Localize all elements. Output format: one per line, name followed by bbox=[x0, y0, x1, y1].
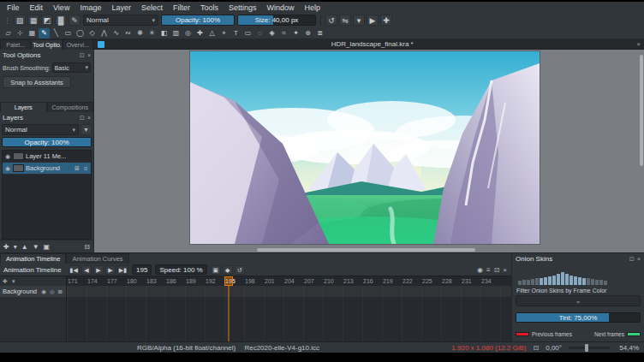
menu-item[interactable]: Help bbox=[301, 3, 325, 12]
layer-visible-icon[interactable]: ◉ bbox=[40, 288, 47, 295]
layer-onion-skin-icon[interactable]: ◎ bbox=[49, 288, 56, 295]
zoom-slider-thumb[interactable] bbox=[585, 344, 588, 352]
onion-opacity-bar[interactable] bbox=[557, 274, 560, 285]
smart-patch-tool[interactable]: ✚ bbox=[194, 28, 206, 39]
brush-smoothing-dropdown[interactable]: Basic ▾ bbox=[52, 62, 91, 73]
skip-to-end-button[interactable]: ▶▮ bbox=[117, 265, 128, 275]
onion-opacity-bar[interactable] bbox=[531, 279, 534, 285]
timeline-ruler[interactable]: ✚▾ 1711741771801831861891921951982012042… bbox=[0, 276, 511, 286]
text-tool[interactable]: T bbox=[230, 28, 242, 39]
menu-item[interactable]: Filter bbox=[169, 3, 194, 12]
multibrush-tool[interactable]: ✳ bbox=[146, 28, 158, 39]
polygonal-selection-tool[interactable]: ◈ bbox=[266, 28, 277, 39]
onion-opacity-bar[interactable] bbox=[548, 276, 552, 285]
polyline-tool[interactable]: ⋀ bbox=[98, 28, 110, 39]
opacity-slider[interactable]: Opacity: 100% bbox=[161, 15, 235, 26]
float-docker-icon[interactable]: ⊡ bbox=[493, 266, 501, 274]
tab-animation-curves[interactable]: Animation Curves bbox=[66, 253, 128, 264]
tint-slider[interactable]: Tint: 75,00% bbox=[516, 312, 641, 323]
layer-filter-icon[interactable]: ▼ bbox=[80, 124, 92, 135]
mirror-options-dropdown-icon[interactable]: ▾ bbox=[353, 15, 365, 26]
keyframe-menu-icon[interactable]: ▾ bbox=[12, 278, 15, 285]
menu-item[interactable]: Window bbox=[262, 3, 298, 12]
move-tool[interactable]: ⊹ bbox=[15, 28, 26, 39]
menu-item[interactable]: Image bbox=[75, 3, 105, 12]
blending-mode-dropdown[interactable]: Normal ▾ bbox=[83, 15, 158, 26]
vertical-scrollbar[interactable] bbox=[640, 55, 643, 166]
assistants-tool[interactable]: △ bbox=[206, 28, 218, 39]
layer-lock-icon[interactable]: ⊠ bbox=[57, 288, 63, 295]
frame-color-filter-dropdown[interactable]: ⌄ bbox=[516, 295, 641, 306]
fill-tool[interactable]: ◧ bbox=[158, 28, 170, 39]
menu-item[interactable]: File bbox=[3, 3, 24, 12]
zoom-tool[interactable]: ⊕ bbox=[302, 28, 313, 39]
layer-visibility-icon[interactable]: ◉ bbox=[4, 153, 11, 160]
onion-opacity-bar[interactable] bbox=[535, 278, 539, 285]
transform-tool[interactable]: ▱ bbox=[3, 28, 14, 39]
docker-tab[interactable]: Palet... bbox=[0, 39, 31, 50]
playback-speed-spinbox[interactable]: Speed: 100 % bbox=[155, 264, 206, 275]
skip-to-start-button[interactable]: ▮◀ bbox=[69, 265, 80, 275]
onion-opacity-bar[interactable] bbox=[591, 279, 594, 285]
onion-opacity-bar[interactable] bbox=[578, 277, 581, 285]
onion-opacity-bar[interactable] bbox=[561, 272, 564, 285]
current-frame-spinbox[interactable]: 195 bbox=[132, 264, 152, 275]
onion-opacity-bar[interactable] bbox=[582, 278, 586, 285]
close-document-icon[interactable]: × bbox=[636, 40, 641, 48]
next-frame-button[interactable]: ▶ bbox=[105, 265, 116, 275]
docker-tab[interactable]: Layers bbox=[0, 102, 47, 112]
add-keyframe-button[interactable]: ✚ bbox=[3, 278, 8, 285]
menu-item[interactable]: Select bbox=[137, 3, 167, 12]
pattern-chooser-icon[interactable]: ▦ bbox=[27, 15, 39, 26]
play-button[interactable]: ▶ bbox=[93, 265, 104, 275]
gradient-chooser-icon[interactable]: ▨ bbox=[14, 15, 26, 26]
similar-color-selection-tool[interactable]: ✦ bbox=[290, 28, 301, 39]
next-frames-color-swatch[interactable] bbox=[627, 332, 641, 336]
float-docker-icon[interactable]: ⊡ bbox=[629, 256, 635, 263]
crop-tool[interactable]: ▦ bbox=[27, 28, 38, 39]
onion-opacity-bar[interactable] bbox=[574, 276, 577, 285]
ellipse-tool[interactable]: ◯ bbox=[75, 28, 86, 39]
freehand-selection-tool[interactable]: ≈ bbox=[278, 28, 289, 39]
menu-item[interactable]: Layer bbox=[107, 3, 135, 12]
freehand-path-tool[interactable]: ∾ bbox=[122, 28, 134, 39]
float-docker-icon[interactable]: ⊡ bbox=[80, 52, 85, 59]
horizontal-scrollbar[interactable] bbox=[257, 248, 475, 252]
tab-animation-timeline[interactable]: Animation Timeline bbox=[0, 253, 66, 264]
close-docker-icon[interactable]: × bbox=[87, 52, 91, 59]
playhead[interactable] bbox=[224, 276, 233, 286]
freehand-brush-tool[interactable]: ✎ bbox=[39, 28, 50, 39]
onion-opacity-bar[interactable] bbox=[569, 276, 573, 285]
onion-skins-toggle-icon[interactable]: ◉ bbox=[476, 266, 484, 274]
docker-tab[interactable]: Overvi... bbox=[63, 39, 93, 50]
rectangle-tool[interactable]: ▭ bbox=[63, 28, 74, 39]
float-docker-icon[interactable]: ⊡ bbox=[80, 115, 85, 122]
color-sampler-tool[interactable]: ◎ bbox=[182, 28, 194, 39]
docker-tab[interactable]: Tool Optio... bbox=[31, 39, 62, 50]
drop-frames-icon[interactable]: ↺ bbox=[235, 265, 245, 275]
close-docker-icon[interactable]: × bbox=[637, 256, 641, 263]
wrap-around-mode-icon[interactable]: ▶ bbox=[367, 15, 379, 26]
menu-item[interactable]: View bbox=[49, 3, 74, 12]
docker-tab[interactable]: Compositions bbox=[47, 102, 94, 112]
add-layer-button[interactable]: ✚ bbox=[3, 243, 9, 251]
gradient-tool[interactable]: ▥ bbox=[170, 28, 182, 39]
auto-frame-mode-icon[interactable]: ▣ bbox=[211, 265, 221, 275]
layer-lock-icon[interactable]: ⊠ bbox=[74, 165, 80, 172]
zoom-slider[interactable] bbox=[569, 347, 610, 349]
layer-opacity-slider[interactable]: Opacity: 100% bbox=[2, 137, 92, 147]
measure-tool[interactable]: ⌖ bbox=[218, 28, 230, 39]
menu-item[interactable]: Settings bbox=[224, 3, 261, 12]
snap-to-assistants-button[interactable]: Snap to Assistants bbox=[3, 76, 71, 88]
layer-row-selected[interactable]: ◉ Background ⊠ α bbox=[3, 163, 91, 175]
canvas-painting[interactable] bbox=[190, 51, 540, 244]
elliptical-selection-tool[interactable]: ◌ bbox=[254, 28, 265, 39]
brush-size-slider[interactable]: Size: 40,00 px bbox=[237, 15, 316, 26]
painting-assistants-icon[interactable]: ✚ bbox=[380, 15, 392, 26]
bezier-curve-tool[interactable]: ∿ bbox=[110, 28, 122, 39]
toolbar-drag-handle[interactable]: ⋮ bbox=[3, 16, 11, 25]
canvas-only-icon[interactable]: ⊡ bbox=[534, 344, 540, 352]
layer-row[interactable]: ◉ Layer 11 Me... bbox=[3, 151, 91, 163]
move-layer-up-button[interactable]: ▲ bbox=[21, 243, 28, 251]
onion-opacity-bar[interactable] bbox=[540, 278, 543, 285]
